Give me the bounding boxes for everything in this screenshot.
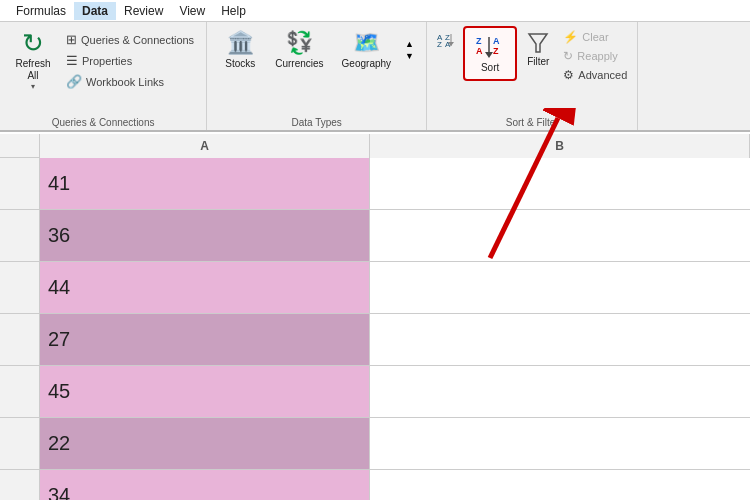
geography-button[interactable]: 🗺️ Geography [334,26,399,73]
svg-text:Z: Z [476,36,482,46]
sort-icon: Z A A Z [475,34,505,62]
col-a-header: A [40,134,370,158]
table-row: 22 [0,418,750,470]
workbook-links-btn[interactable]: 🔗 Workbook Links [62,72,198,91]
refresh-label: RefreshAll [15,58,50,82]
row-number [0,418,40,469]
cell-a7[interactable]: 34 [40,470,370,500]
row-number [0,366,40,417]
menu-bar: Formulas Data Review View Help [0,0,750,22]
az-sort-button[interactable]: A Z Z A [433,30,459,50]
refresh-dropdown-arrow[interactable]: ▾ [31,82,35,91]
svg-text:Z: Z [437,40,442,48]
clear-button[interactable]: ⚡ Clear [559,28,631,46]
cell-a6[interactable]: 22 [40,418,370,469]
currencies-button[interactable]: 💱 Currencies [267,26,331,73]
reapply-icon: ↻ [563,49,573,63]
svg-marker-12 [529,34,547,52]
reapply-label: Reapply [577,50,617,62]
cell-b3[interactable] [370,262,750,313]
stocks-icon: 🏛️ [227,30,254,56]
header-corner [0,134,40,157]
cell-b2[interactable] [370,210,750,261]
workbook-links-icon: 🔗 [66,74,82,89]
sf-small-buttons: ⚡ Clear ↻ Reapply ⚙ Advanced [559,26,631,84]
expand-down-icon[interactable]: ▼ [403,50,416,62]
geography-icon: 🗺️ [353,30,380,56]
properties-btn[interactable]: ☰ Properties [62,51,198,70]
menu-review[interactable]: Review [116,2,171,20]
properties-icon: ☰ [66,53,78,68]
currencies-label: Currencies [275,58,323,69]
advanced-icon: ⚙ [563,68,574,82]
menu-help[interactable]: Help [213,2,254,20]
table-row: 45 [0,366,750,418]
queries-icon: ⊞ [66,32,77,47]
sort-button[interactable]: Z A A Z Sort [467,30,513,77]
row-number [0,470,40,500]
svg-text:Z: Z [493,46,499,56]
cell-a1[interactable]: 41 [40,158,370,209]
data-types-group: 🏛️ Stocks 💱 Currencies 🗺️ Geography ▲ ▼ … [207,22,427,130]
advanced-button[interactable]: ⚙ Advanced [559,66,631,84]
cell-a4[interactable]: 27 [40,314,370,365]
clear-label: Clear [582,31,608,43]
data-types-label: Data Types [291,115,341,128]
svg-marker-9 [485,52,493,58]
queries-connections-content: ↻ RefreshAll ▾ ⊞ Queries & Connections ☰… [8,26,198,115]
menu-formulas[interactable]: Formulas [8,2,74,20]
sort-label: Sort [481,62,499,73]
clear-icon: ⚡ [563,30,578,44]
menu-data[interactable]: Data [74,2,116,20]
svg-text:A: A [493,36,500,46]
filter-icon [527,30,549,56]
table-row: 44 [0,262,750,314]
sort-filter-content: A Z Z A Z A [433,26,631,84]
expand-up-icon[interactable]: ▲ [403,38,416,50]
cell-b5[interactable] [370,366,750,417]
queries-connections-btn[interactable]: ⊞ Queries & Connections [62,30,198,49]
cell-b1[interactable] [370,158,750,209]
sort-button-highlight: Z A A Z Sort [463,26,517,81]
row-number [0,210,40,261]
queries-connections-group: ↻ RefreshAll ▾ ⊞ Queries & Connections ☰… [0,22,207,130]
ribbon: ↻ RefreshAll ▾ ⊞ Queries & Connections ☰… [0,22,750,132]
refresh-icon: ↻ [22,30,44,56]
geography-label: Geography [342,58,391,69]
menu-view[interactable]: View [171,2,213,20]
stocks-label: Stocks [225,58,255,69]
table-row: 34 [0,470,750,500]
row-number [0,158,40,209]
stocks-button[interactable]: 🏛️ Stocks [215,26,265,73]
data-types-content: 🏛️ Stocks 💱 Currencies 🗺️ Geography ▲ ▼ [215,26,418,73]
filter-label: Filter [527,56,549,67]
sort-filter-group: A Z Z A Z A [427,22,638,130]
table-row: 41 [0,158,750,210]
sort-filter-label: Sort & Filter [506,115,559,128]
column-header-row: A B [0,134,750,158]
refresh-all-button[interactable]: ↻ RefreshAll ▾ [8,26,58,95]
col-b-header: B [370,134,750,158]
cell-b4[interactable] [370,314,750,365]
cell-a2[interactable]: 36 [40,210,370,261]
queries-group-label: Queries & Connections [52,115,155,128]
row-number [0,262,40,313]
cell-a3[interactable]: 44 [40,262,370,313]
reapply-button[interactable]: ↻ Reapply [559,47,631,65]
table-row: 27 [0,314,750,366]
currencies-icon: 💱 [286,30,313,56]
cell-b6[interactable] [370,418,750,469]
table-row: 36 [0,210,750,262]
row-number [0,314,40,365]
az-sort-icon: A Z Z A [437,32,455,48]
svg-text:A: A [476,46,483,56]
az-za-buttons: A Z Z A [433,26,459,50]
filter-button[interactable]: Filter [521,26,555,71]
spreadsheet: A B 41 36 44 27 45 22 34 [0,134,750,500]
data-types-expand[interactable]: ▲ ▼ [401,38,418,62]
cell-b7[interactable] [370,470,750,500]
advanced-label: Advanced [578,69,627,81]
cell-a5[interactable]: 45 [40,366,370,417]
queries-sub-items: ⊞ Queries & Connections ☰ Properties 🔗 W… [62,26,198,91]
